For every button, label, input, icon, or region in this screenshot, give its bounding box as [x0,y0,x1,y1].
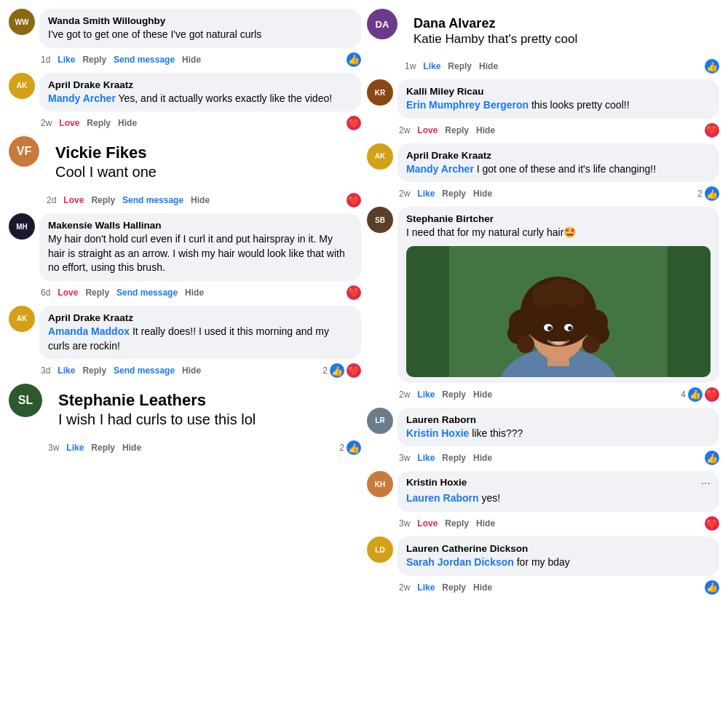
svg-point-11 [582,336,600,353]
actions-april2: 3d Like Reply Send message Hide 2 👍 ❤️ [9,363,361,378]
love-icon: ❤️ [705,123,719,138]
text-vickie: Cool I want one [55,162,157,181]
text-april1: Mandy Archer Yes, and it actually works … [48,92,352,106]
like-btn-wanda[interactable]: Like [58,55,75,65]
love-btn-april1[interactable]: Love [59,118,79,128]
actions-wanda: 1d Like Reply Send message Hide 👍 [9,52,361,67]
reply-btn-lauren-r[interactable]: Reply [442,453,466,463]
comment-card-stephanie-b: Stephanie Birtcher I need that for my na… [397,207,719,383]
reactions-stephanie-l: 2 👍 [339,440,361,455]
comment-card-makensie: Makensie Walls Hallinan My hair don't ho… [39,213,361,281]
comment-row-lauren-r: LR Lauren Raborn Kristin Hoxie like this… [367,408,719,466]
avatar-kalli: KR [367,79,393,106]
comment-card-stephanie-l: Stephanie Leathers I wish I had curls to… [48,384,266,436]
author-vickie: Vickie Fikes [55,143,157,162]
comment-row-stephanie-b: SB Stephanie Birtcher I need that for my… [367,207,719,402]
reply-btn-stephanie-l[interactable]: Reply [91,443,115,453]
comment-row-kristin: KH Kristin Hoxie ··· Lauren Raborn yes! … [367,471,719,531]
comment-card-april3: April Drake Kraatz Mandy Archer I got on… [397,143,719,183]
reply-btn-stephanie-b[interactable]: Reply [442,389,466,400]
send-message-btn-april2[interactable]: Send message [114,365,175,376]
hide-btn-lauren-r[interactable]: Hide [473,453,492,463]
like-btn-april2[interactable]: Like [58,365,75,376]
comments-container: WW Wanda Smith Willoughby I've got to ge… [0,0,728,604]
comment-card-lauren-r: Lauren Raborn Kristin Hoxie like this??? [397,408,719,447]
mention-lauren-cd: Sarah Jordan Dickson [406,556,514,568]
send-message-btn-wanda[interactable]: Send message [114,55,175,65]
left-column: WW Wanda Smith Willoughby I've got to ge… [9,9,361,595]
reply-btn-dana[interactable]: Reply [448,61,472,71]
comment-card-lauren-cd: Lauren Catherine Dickson Sarah Jordan Di… [397,537,719,576]
like-icon: 👍 [705,580,719,595]
reply-btn-wanda[interactable]: Reply [82,55,106,65]
avatar-april2: AK [9,306,35,332]
avatar-makensie: MH [9,213,35,240]
reactions-kalli: ❤️ [705,123,719,138]
svg-point-18 [568,326,572,331]
text-april3: Mandy Archer I got one of these and it's… [406,162,711,177]
hide-btn-april3[interactable]: Hide [473,189,492,199]
like-btn-stephanie-l[interactable]: Like [66,443,84,453]
hide-btn-makensie[interactable]: Hide [185,288,204,298]
like-btn-stephanie-b[interactable]: Like [417,389,435,400]
right-column: DA Dana Alvarez Katie Hamby that's prett… [367,9,719,595]
love-btn-kalli[interactable]: Love [417,125,438,135]
actions-makensie: 6d Love Reply Send message Hide ❤️ [9,285,361,300]
love-btn-kristin[interactable]: Love [417,518,438,529]
hide-btn-stephanie-b[interactable]: Hide [473,389,492,400]
love-icon: ❤️ [347,116,361,130]
hide-btn-stephanie-l[interactable]: Hide [122,443,141,453]
reply-btn-lauren-cd[interactable]: Reply [442,582,466,593]
like-btn-lauren-cd[interactable]: Like [417,582,435,593]
reactions-april3: 2 👍 [697,186,719,201]
love-btn-vickie[interactable]: Love [63,195,84,205]
comment-row-stephanie-l: SL Stephanie Leathers I wish I had curls… [9,384,361,455]
like-btn-dana[interactable]: Like [423,61,440,71]
reactions-wanda: 👍 [347,52,361,67]
comment-row-april2: AK April Drake Kraatz Amanda Maddox It r… [9,306,361,378]
comment-row-april1: AK April Drake Kraatz Mandy Archer Yes, … [9,73,361,131]
text-makensie: My hair don't hold curl even if I curl i… [48,232,352,275]
photo-stephanie-b [406,246,711,377]
reply-btn-april1[interactable]: Reply [87,118,111,128]
author-april2: April Drake Kraatz [48,312,133,323]
hide-btn-wanda[interactable]: Hide [182,55,201,65]
hide-btn-dana[interactable]: Hide [479,61,498,71]
hide-btn-lauren-cd[interactable]: Hide [473,582,492,593]
send-message-btn-vickie[interactable]: Send message [122,195,183,205]
reply-btn-kristin[interactable]: Reply [445,518,469,529]
avatar-lauren-cd: LD [367,537,393,563]
comment-row-kalli: KR Kalli Miley Ricau Erin Mumphrey Berge… [367,79,719,138]
like-btn-lauren-r[interactable]: Like [417,453,435,463]
reply-btn-makensie[interactable]: Reply [85,288,109,298]
author-april3: April Drake Kraatz [406,150,491,161]
actions-kristin: 3w Love Reply Hide ❤️ [367,516,719,531]
send-message-btn-makensie[interactable]: Send message [116,288,178,298]
like-btn-april3[interactable]: Like [417,189,435,199]
text-kristin: Lauren Raborn yes! [406,491,711,506]
avatar-dana: DA [367,9,397,39]
text-lauren-cd: Sarah Jordan Dickson for my bday [406,555,711,570]
more-options-kristin[interactable]: ··· [701,477,711,490]
mention-kristin: Lauren Raborn [406,492,479,504]
actions-lauren-r: 3w Like Reply Hide 👍 [367,451,719,465]
hide-btn-kristin[interactable]: Hide [476,518,495,529]
hide-btn-kalli[interactable]: Hide [476,125,495,135]
hide-btn-april1[interactable]: Hide [118,118,137,128]
reactions-kristin: ❤️ [705,516,719,531]
reply-btn-kalli[interactable]: Reply [445,125,469,135]
hide-btn-april2[interactable]: Hide [182,365,201,376]
reply-btn-april3[interactable]: Reply [442,189,466,199]
author-dana: Dana Alvarez [414,16,577,31]
mention-april1: Mandy Archer [48,92,116,104]
actions-stephanie-b: 2w Like Reply Hide 4 👍 ❤️ [367,387,719,402]
reply-btn-vickie[interactable]: Reply [91,195,115,205]
comment-row-lauren-cd: LD Lauren Catherine Dickson Sarah Jordan… [367,537,719,595]
reply-btn-april2[interactable]: Reply [82,365,106,376]
hide-btn-vickie[interactable]: Hide [191,195,210,205]
reactions-stephanie-b: 4 👍 ❤️ [681,387,719,402]
mention-lauren-r: Kristin Hoxie [406,427,469,439]
love-btn-makensie[interactable]: Love [58,288,78,298]
comment-card-dana: Dana Alvarez Katie Hamby that's pretty c… [403,9,587,55]
text-april2: Amanda Maddox It really does!! I used it… [48,325,352,353]
